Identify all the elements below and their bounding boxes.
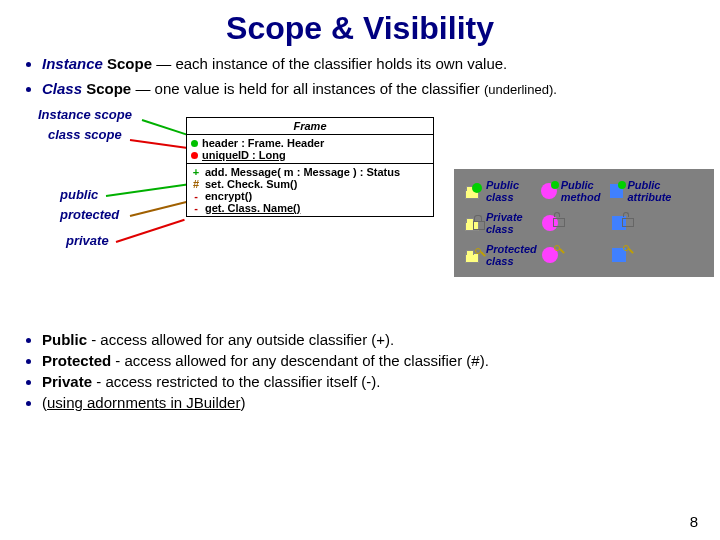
- arrow-public: [106, 184, 187, 197]
- uml-class-box: Frame header : Frame. Header uniqueID : …: [186, 117, 434, 217]
- visibility-symbol: -: [191, 190, 201, 202]
- legend-label: Protected class: [486, 243, 542, 267]
- protected-method-icon: [542, 247, 558, 263]
- bullet-jbuilder-link: (using adornments in JBuilder): [42, 394, 698, 411]
- legend-panel: Public class Public method Public attrib…: [454, 169, 714, 277]
- arrow-protected: [130, 201, 187, 217]
- private-class-icon: [462, 215, 482, 231]
- bullet-instance-scope: Instance Scope — each instance of the cl…: [42, 55, 698, 72]
- uml-attributes: header : Frame. Header uniqueID : Long: [187, 135, 433, 164]
- uml-op-row: #set. Check. Sum(): [191, 178, 429, 190]
- uml-class-name: Frame: [187, 118, 433, 135]
- uml-attr-text: uniqueID : Long: [202, 149, 286, 161]
- uml-op-text: add. Message( m : Message ) : Status: [205, 166, 400, 178]
- protected-class-icon: [462, 247, 482, 263]
- uml-attr-row: uniqueID : Long: [191, 149, 429, 161]
- legend-label: Private class: [486, 211, 542, 235]
- uml-operations: +add. Message( m : Message ) : Status #s…: [187, 164, 433, 216]
- scope-dot-icon: [191, 140, 198, 147]
- visibility-symbol: +: [191, 166, 201, 178]
- legend-row: Protected class: [462, 243, 706, 267]
- page-number: 8: [690, 513, 698, 530]
- private-attribute-icon: [612, 216, 626, 230]
- uml-attr-row: header : Frame. Header: [191, 137, 429, 149]
- bullet-public-def: Public - access allowed for any outside …: [42, 331, 698, 348]
- jbuilder-link[interactable]: using adornments in JBuilder: [47, 394, 240, 411]
- uml-op-text: encrypt(): [205, 190, 252, 202]
- label-class-scope: class scope: [48, 127, 122, 142]
- legend-row: Private class: [462, 211, 706, 235]
- bullet-protected-def: Protected - access allowed for any desce…: [42, 352, 698, 369]
- uml-op-text: get. Class. Name(): [205, 202, 300, 214]
- diagram-area: Instance scope class scope public protec…: [0, 105, 720, 325]
- label-public: public: [60, 187, 98, 202]
- arrow-instance: [142, 119, 188, 136]
- uml-attr-text: header : Frame. Header: [202, 137, 324, 149]
- uml-op-row: -get. Class. Name(): [191, 202, 429, 214]
- legend-label: Public class: [486, 179, 541, 203]
- bottom-bullet-list: Public - access allowed for any outside …: [0, 331, 720, 411]
- label-instance-scope: Instance scope: [38, 107, 132, 122]
- uml-op-row: +add. Message( m : Message ) : Status: [191, 166, 429, 178]
- public-method-icon: [541, 183, 557, 199]
- visibility-symbol: -: [191, 202, 201, 214]
- bullet-private-def: Private - access restricted to the class…: [42, 373, 698, 390]
- public-class-icon: [462, 183, 482, 199]
- label-protected: protected: [60, 207, 119, 222]
- legend-row: Public class Public method Public attrib…: [462, 179, 706, 203]
- arrow-class: [130, 139, 190, 149]
- legend-label: Public attribute: [627, 179, 706, 203]
- top-bullet-list: Instance Scope — each instance of the cl…: [0, 55, 720, 97]
- page-title: Scope & Visibility: [0, 0, 720, 55]
- bullet-class-scope: Class Scope — one value is held for all …: [42, 80, 698, 97]
- private-method-icon: [542, 215, 558, 231]
- uml-op-text: set. Check. Sum(): [205, 178, 297, 190]
- scope-dot-icon: [191, 152, 198, 159]
- protected-attribute-icon: [612, 248, 626, 262]
- uml-op-row: -encrypt(): [191, 190, 429, 202]
- public-attribute-icon: [610, 184, 624, 198]
- visibility-symbol: #: [191, 178, 201, 190]
- arrow-private: [116, 219, 185, 243]
- legend-label: Public method: [561, 179, 610, 203]
- label-private: private: [66, 233, 109, 248]
